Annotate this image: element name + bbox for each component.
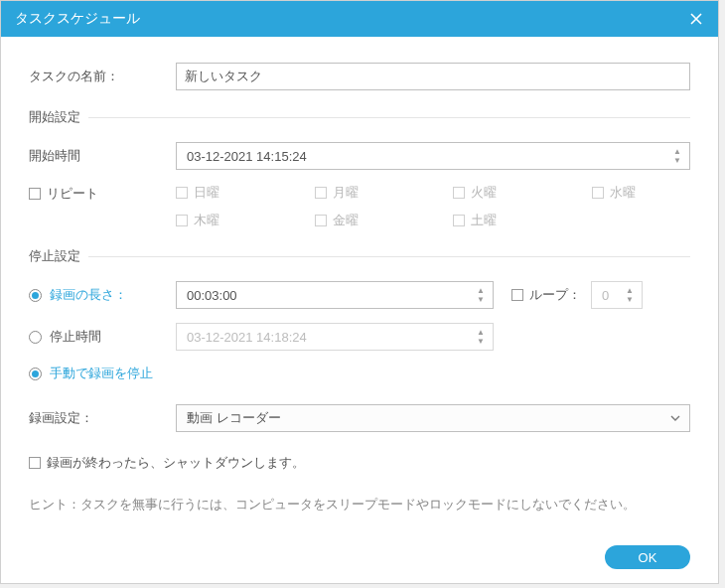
record-settings-select[interactable]: 動画 レコーダー — [176, 404, 690, 432]
task-schedule-dialog: タスクスケジュール タスクの名前： 開始設定 開始時間 03-12-2021 1… — [0, 0, 719, 584]
day-wed-checkbox[interactable]: 水曜 — [592, 184, 691, 202]
stop-section-title: 停止設定 — [29, 247, 690, 265]
record-settings-value: 動画 レコーダー — [187, 409, 281, 427]
day-sat-checkbox[interactable]: 土曜 — [453, 212, 552, 229]
spinner-arrows-icon[interactable]: ▲▼ — [626, 287, 634, 304]
divider — [88, 256, 690, 257]
manual-stop-label: 手動で録画を停止 — [50, 365, 153, 382]
start-section-label: 開始設定 — [29, 108, 80, 126]
record-settings-label: 録画設定： — [29, 409, 176, 427]
ok-button[interactable]: OK — [605, 545, 690, 569]
stop-time-value: 03-12-2021 14:18:24 — [187, 330, 307, 345]
day-tue-checkbox[interactable]: 火曜 — [453, 184, 552, 202]
stop-time-spinner: 03-12-2021 14:18:24 ▲▼ — [176, 323, 494, 351]
manual-stop-radio[interactable]: 手動で録画を停止 — [29, 365, 153, 382]
repeat-label: リピート — [47, 185, 98, 203]
spinner-arrows-icon[interactable]: ▲▼ — [673, 148, 681, 165]
loop-checkbox[interactable]: ループ： — [511, 286, 581, 304]
repeat-checkbox[interactable]: リピート — [29, 185, 98, 203]
length-value: 00:03:00 — [187, 288, 237, 303]
hint-text: ヒント：タスクを無事に行うには、コンピュータをスリープモードやロックモードにしな… — [29, 496, 690, 514]
day-thu-checkbox[interactable]: 木曜 — [176, 212, 275, 229]
spinner-arrows-icon[interactable]: ▲▼ — [477, 287, 485, 304]
day-tue-label: 火曜 — [471, 184, 497, 202]
start-time-value: 03-12-2021 14:15:24 — [187, 149, 307, 164]
loop-spinner[interactable]: 0 ▲▼ — [591, 281, 643, 309]
length-radio[interactable]: 録画の長さ： — [29, 286, 176, 304]
shutdown-checkbox[interactable]: 録画が終わったら、シャットダウンします。 — [29, 454, 305, 472]
dialog-title: タスクスケジュール — [15, 10, 140, 28]
day-sun-label: 日曜 — [194, 184, 219, 202]
close-icon[interactable] — [688, 11, 704, 27]
day-fri-label: 金曜 — [333, 212, 359, 229]
day-sat-label: 土曜 — [471, 212, 497, 229]
length-label: 録画の長さ： — [50, 286, 127, 304]
task-name-input[interactable] — [176, 63, 690, 90]
start-time-label: 開始時間 — [29, 147, 176, 165]
spinner-arrows-icon: ▲▼ — [477, 329, 485, 346]
shutdown-label: 録画が終わったら、シャットダウンします。 — [47, 454, 305, 472]
stop-time-radio[interactable]: 停止時間 — [29, 328, 176, 346]
start-section-title: 開始設定 — [29, 108, 690, 126]
day-fri-checkbox[interactable]: 金曜 — [315, 212, 414, 229]
task-name-label: タスクの名前： — [29, 68, 176, 85]
titlebar: タスクスケジュール — [1, 1, 718, 37]
day-thu-label: 木曜 — [194, 212, 219, 229]
dialog-body: タスクの名前： 開始設定 開始時間 03-12-2021 14:15:24 ▲▼… — [1, 37, 718, 527]
loop-value: 0 — [602, 288, 609, 303]
divider — [88, 117, 690, 118]
day-mon-checkbox[interactable]: 月曜 — [315, 184, 414, 202]
length-spinner[interactable]: 00:03:00 ▲▼ — [176, 281, 494, 309]
chevron-down-icon — [669, 412, 681, 424]
stop-time-label: 停止時間 — [50, 328, 101, 346]
day-sun-checkbox[interactable]: 日曜 — [176, 184, 275, 202]
stop-section-label: 停止設定 — [29, 247, 80, 265]
start-time-spinner[interactable]: 03-12-2021 14:15:24 ▲▼ — [176, 142, 690, 170]
day-mon-label: 月曜 — [333, 184, 359, 202]
day-wed-label: 水曜 — [610, 184, 636, 202]
loop-label: ループ： — [529, 286, 581, 304]
